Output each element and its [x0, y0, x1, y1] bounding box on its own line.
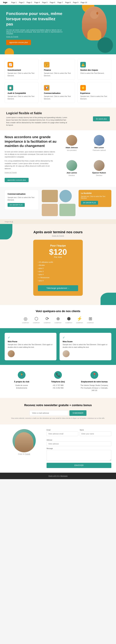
client-name-6: COMPANY	[76, 322, 83, 324]
testimonials-section: ✓ Nick Purse Sample text. Click to selec…	[0, 328, 116, 365]
team-members-grid: Adam Johnson vice-président Bob Larson P…	[60, 135, 111, 182]
footer-text: Made with ♥ by Nicepage	[5, 475, 111, 477]
nav-link-4[interactable]: Page 4	[34, 2, 40, 4]
testimonial-avatar-2	[63, 350, 70, 357]
flexible-banner-section: Logiciel flexible et fiable Lorem ipsum …	[0, 108, 116, 130]
service-icon-3: ⚠️	[80, 62, 86, 68]
nav-link-8[interactable]: Page 8	[65, 2, 71, 4]
client-logo-2: ⬡ COMPANY	[33, 316, 40, 324]
contact-credit-link[interactable]: Freepik	[25, 453, 30, 455]
check-icon-2: ✓	[63, 336, 108, 339]
comm-cta-button[interactable]: EN SAVOIR PLUS	[8, 203, 25, 207]
hero-image-credit: Image de Freepik	[6, 36, 63, 38]
address-field: Adresse	[47, 439, 111, 446]
member-role-1: vice-président	[67, 150, 77, 151]
newsletter-section: Recevez notre newsletter gratuite + cont…	[0, 398, 116, 424]
contact-credit: Image de Freepik	[5, 453, 43, 455]
message-textarea[interactable]	[47, 450, 111, 461]
feature-1: 10 utilisateur actifs	[38, 260, 78, 264]
service-text-6: Sample text. Click to select the Text El…	[80, 95, 108, 100]
middle-img-2	[59, 190, 72, 202]
service-text-4: Sample text. Click to select the Text El…	[8, 95, 36, 100]
team-learn-button[interactable]: apprendre à encore plus	[5, 178, 29, 182]
clients-section: Voici quelques-uns de nos clients ◎ COMP…	[0, 305, 116, 328]
image-credit-row: Image de IA	[0, 219, 116, 224]
clients-logos: ◎ COMPANY ⬡ COMPANY ⟳ COMPANY ⊕ COMPANY …	[5, 316, 111, 324]
client-logo-7: ⊞ COMPANY	[87, 316, 94, 324]
name-field: Name	[80, 429, 111, 436]
client-name-5: COMPANY	[65, 322, 72, 324]
about-title-3: Emplacement de notre bureau	[80, 381, 109, 383]
service-title-5: Commercialisation	[44, 92, 72, 94]
courses-deco-left	[0, 224, 12, 240]
client-icon-7: ⊞	[87, 316, 93, 322]
client-logo-4: ⊕ COMPANY	[55, 316, 62, 324]
image-credit-link[interactable]: IA	[12, 221, 13, 222]
footer-link[interactable]: Nicepage	[60, 475, 67, 477]
nav-link-9[interactable]: Page 9	[73, 2, 78, 4]
member-name-2: Bob Larson	[94, 147, 104, 148]
contact-person-image: Image de Freepik	[5, 429, 43, 455]
hero-cta-button[interactable]: apprendre encore plus	[6, 40, 31, 45]
about-card-2: 📞 Téléphone (fax) +91 3 707 888 +91 3 25…	[41, 369, 75, 394]
service-card-2: 💰 Finance Sample text. Click to select t…	[41, 59, 75, 80]
client-icon-6: ⚡	[77, 316, 83, 322]
nav-link-7[interactable]: Page 7	[58, 2, 63, 4]
member-role-2: Partenaire national	[93, 150, 106, 151]
testimonial-name-2: Nina Scave	[63, 340, 108, 343]
subscribe-button[interactable]: S'ABONNER	[69, 410, 86, 416]
about-text-2: +91 3 707 888 +91 3 252 556	[43, 384, 73, 389]
email-input-contact[interactable]	[47, 432, 78, 436]
email-input[interactable]	[30, 410, 68, 416]
nav-link-10[interactable]: Page 10	[81, 2, 87, 4]
download-button[interactable]: Télécharger gratuitement →	[38, 285, 78, 291]
address-input[interactable]	[47, 442, 111, 446]
member-name-3: Jean Lannos	[66, 172, 77, 174]
service-title-2: Finance	[44, 69, 72, 71]
testimonial-avatar-1	[8, 350, 15, 357]
team-avatar-3	[66, 160, 77, 171]
feature-5: plus 4	[38, 273, 78, 276]
contact-person-body	[15, 432, 33, 452]
service-icon-6: ⭐	[80, 85, 86, 90]
nav-link-3[interactable]: Page 3	[27, 2, 32, 4]
nav-link-2[interactable]: Page 2	[19, 2, 24, 4]
contact-section: Image de Freepik Email Name Adresse Mess…	[0, 424, 116, 473]
client-logo-6: ⚡ COMPANY	[76, 316, 83, 324]
team-body2: It is a long established fact that a rea…	[5, 160, 56, 170]
about-text-1: Guide de course Entraînements	[7, 384, 36, 389]
price-card: Pour l'équipe $120 Par mois 10 utilisate…	[33, 240, 83, 296]
flex-cta-button[interactable]: EN SAVOIR PLUS	[81, 201, 98, 205]
client-name-7: COMPANY	[87, 322, 94, 324]
nav-link-5[interactable]: Page 5	[42, 2, 48, 4]
message-label: Message	[47, 448, 111, 449]
service-text-1: Sample text. Click to select the Text El…	[8, 72, 36, 77]
plan-label: Pour l'équipe	[38, 244, 78, 247]
client-icon-5: ⬢	[66, 316, 72, 322]
flex-card: La flexibilité Sample text. Click to sel…	[79, 190, 111, 207]
flexible-cta-button[interactable]: En savoir plus	[93, 116, 110, 121]
client-icon-4: ⊕	[55, 316, 61, 322]
name-input[interactable]	[80, 432, 111, 436]
team-member-4: Épancer Hudson Directeur	[87, 160, 111, 176]
nav-link-6[interactable]: Page 6	[50, 2, 55, 4]
logo: logo	[3, 1, 7, 4]
send-button[interactable]: ENVOYER	[47, 463, 111, 468]
hero-credit-link[interactable]: Freepik	[13, 36, 18, 38]
middle-img-4	[59, 204, 75, 216]
hero-body: Ut enim ad minim veniam, quis nostrud ex…	[6, 29, 63, 34]
about-section: 🏃 À propos du club Guide de course Entra…	[0, 365, 116, 398]
feature-6: + Ressources	[38, 276, 78, 279]
service-title-3: Gestion des risques	[80, 69, 108, 71]
client-name-2: COMPANY	[33, 322, 40, 324]
courses-credit-link[interactable]: Freepik	[59, 235, 64, 237]
services-grid: 📈 Investissement Sample text. Click to s…	[5, 59, 111, 103]
service-card-3: ⚠️ Gestion des risques Click to select t…	[77, 59, 111, 80]
team-credit-link[interactable]: Freepik	[12, 172, 17, 173]
testimonial-card-1: ✓ Nick Purse Sample text. Click to selec…	[5, 333, 56, 360]
testimonial-name-1: Nick Purse	[8, 340, 53, 343]
courses-credit: Image de Freepik	[5, 235, 111, 237]
nav-link-1[interactable]: Page 1	[11, 2, 17, 4]
client-logo-1: ◎ COMPANY	[22, 316, 29, 324]
team-avatar-4	[94, 160, 104, 171]
